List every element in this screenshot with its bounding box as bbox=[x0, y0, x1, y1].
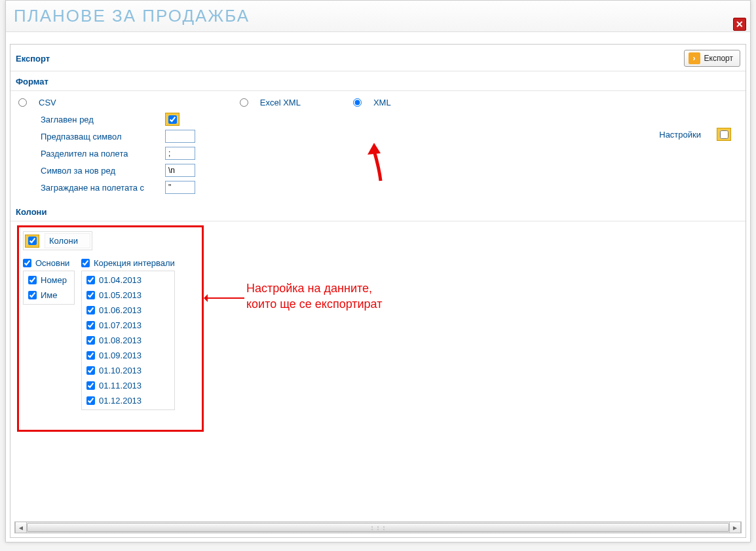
columns-groups: Основни НомерИме Корекция интервали 01.0… bbox=[23, 258, 198, 410]
annotation-line1: Настройка на данните, bbox=[246, 280, 382, 296]
list-item-label: 01.06.2013 bbox=[99, 305, 142, 315]
format-excel-radio[interactable] bbox=[240, 98, 248, 107]
list-item[interactable]: 01.12.2013 bbox=[83, 393, 173, 408]
list-item[interactable]: 01.05.2013 bbox=[83, 288, 173, 303]
list-item[interactable]: 01.07.2013 bbox=[83, 318, 173, 333]
column-group-intervals-head[interactable]: Корекция интервали bbox=[81, 258, 175, 268]
format-row: CSV Excel XML XML Настройки bbox=[10, 91, 746, 109]
settings-label: Настройки bbox=[659, 130, 701, 140]
annotation-line2: които ще се експортират bbox=[246, 296, 382, 312]
dialog-body: Експорт › Експорт Формат CSV Excel XML bbox=[10, 44, 746, 538]
export-button[interactable]: › Експорт bbox=[684, 50, 740, 67]
settings-toggle[interactable] bbox=[717, 128, 731, 141]
list-item[interactable]: 01.09.2013 bbox=[83, 348, 173, 363]
list-item-label: 01.05.2013 bbox=[99, 290, 142, 300]
format-csv-radio[interactable] bbox=[18, 98, 27, 107]
annotation-text: Настройка на данните, които ще се експор… bbox=[246, 280, 382, 313]
list-item-label: 01.07.2013 bbox=[99, 320, 142, 330]
csv-header-label: Заглавен ред bbox=[41, 115, 165, 124]
list-item-checkbox[interactable] bbox=[86, 291, 95, 299]
csv-escape-label: Предпазващ символ bbox=[41, 132, 165, 142]
list-item-checkbox[interactable] bbox=[28, 276, 37, 284]
scroll-track[interactable]: ⋮⋮⋮ bbox=[27, 522, 729, 533]
scroll-right-icon[interactable]: ► bbox=[729, 522, 741, 533]
export-header-label: Експорт bbox=[16, 54, 50, 64]
list-item[interactable]: Име bbox=[25, 288, 73, 303]
column-group-basic-label: Основни bbox=[35, 258, 69, 268]
csv-escape-row: Предпазващ символ bbox=[41, 130, 746, 143]
csv-sep-label: Разделител на полета bbox=[41, 149, 165, 159]
column-group-basic-head[interactable]: Основни bbox=[23, 258, 75, 268]
list-item-checkbox[interactable] bbox=[86, 306, 95, 314]
columns-tab-check-wrap[interactable] bbox=[25, 235, 39, 248]
list-item[interactable]: 01.10.2013 bbox=[83, 363, 173, 378]
column-group-basic: Основни НомерИме bbox=[23, 258, 75, 410]
list-item-label: 01.11.2013 bbox=[99, 381, 142, 390]
list-item-checkbox[interactable] bbox=[86, 366, 95, 375]
column-group-basic-checkbox[interactable] bbox=[23, 259, 31, 267]
columns-panel: Колони Основни НомерИме Корекция интерв bbox=[17, 225, 204, 432]
format-header: Формат bbox=[10, 71, 746, 91]
title-bar: ПЛАНОВЕ ЗА ПРОДАЖБА ✕ bbox=[6, 1, 750, 32]
list-item-checkbox[interactable] bbox=[86, 336, 95, 345]
list-item-checkbox[interactable] bbox=[28, 291, 37, 299]
list-item-label: 01.08.2013 bbox=[99, 335, 142, 345]
export-button-label: Експорт bbox=[704, 54, 733, 63]
annotation-connector-icon bbox=[205, 297, 244, 299]
list-item-label: 01.12.2013 bbox=[99, 396, 142, 406]
csv-newline-label: Символ за нов ред bbox=[41, 166, 165, 176]
csv-header-row: Заглавен ред bbox=[41, 113, 746, 126]
list-item-checkbox[interactable] bbox=[86, 351, 95, 360]
format-excel-label: Excel XML bbox=[260, 98, 301, 107]
settings-checkbox[interactable] bbox=[720, 130, 728, 139]
list-item[interactable]: 01.06.2013 bbox=[83, 303, 173, 318]
list-item-checkbox[interactable] bbox=[86, 276, 95, 284]
columns-tab-label: Колони bbox=[45, 233, 90, 248]
csv-header-checkbox[interactable] bbox=[168, 115, 177, 124]
list-item-checkbox[interactable] bbox=[86, 321, 95, 330]
export-header: Експорт › Експорт bbox=[10, 45, 746, 71]
format-excel[interactable]: Excel XML bbox=[240, 98, 301, 107]
content-area: Експорт › Експорт Формат CSV Excel XML bbox=[10, 45, 746, 537]
columns-tab-checkbox[interactable] bbox=[28, 237, 37, 245]
csv-sep-input[interactable] bbox=[165, 147, 195, 160]
format-xml[interactable]: XML bbox=[353, 98, 391, 107]
csv-enclose-label: Заграждане на полетата с bbox=[41, 183, 165, 193]
csv-enclose-input[interactable] bbox=[165, 181, 195, 194]
csv-enclose-row: Заграждане на полетата с bbox=[41, 181, 746, 194]
settings-row: Настройки bbox=[659, 128, 731, 141]
list-item[interactable]: 01.11.2013 bbox=[83, 378, 173, 393]
close-icon[interactable]: ✕ bbox=[733, 18, 746, 31]
columns-tab[interactable]: Колони bbox=[23, 231, 92, 250]
column-group-intervals-checkbox[interactable] bbox=[81, 259, 90, 267]
column-group-intervals-label: Корекция интервали bbox=[94, 258, 175, 268]
list-item-label: Номер bbox=[41, 275, 67, 285]
format-csv[interactable]: CSV bbox=[18, 98, 56, 107]
list-item-label: 01.09.2013 bbox=[99, 351, 142, 360]
list-item-label: 01.04.2013 bbox=[99, 275, 142, 285]
list-item-label: Име bbox=[41, 290, 58, 300]
scroll-left-icon[interactable]: ◄ bbox=[15, 522, 27, 533]
horizontal-scrollbar[interactable]: ◄ ⋮⋮⋮ ► bbox=[14, 522, 742, 533]
csv-escape-input[interactable] bbox=[165, 130, 195, 143]
csv-header-checkbox-wrap[interactable] bbox=[165, 113, 180, 126]
basic-list: НомерИме bbox=[23, 271, 75, 305]
interval-list: 01.04.201301.05.201301.06.201301.07.2013… bbox=[81, 271, 175, 410]
columns-header: Колони bbox=[10, 202, 746, 221]
export-arrow-icon: › bbox=[689, 52, 700, 64]
format-xml-label: XML bbox=[373, 98, 391, 107]
list-item-label: 01.10.2013 bbox=[99, 366, 142, 375]
annotation-arrow-icon bbox=[368, 143, 394, 182]
scroll-thumb[interactable]: ⋮⋮⋮ bbox=[27, 523, 729, 532]
svg-marker-0 bbox=[368, 143, 381, 155]
list-item[interactable]: Номер bbox=[25, 273, 73, 288]
page-title: ПЛАНОВЕ ЗА ПРОДАЖБА bbox=[14, 6, 250, 26]
list-item[interactable]: 01.08.2013 bbox=[83, 333, 173, 348]
csv-newline-input[interactable] bbox=[165, 164, 195, 177]
list-item[interactable]: 01.04.2013 bbox=[83, 273, 173, 288]
dialog-window: ПЛАНОВЕ ЗА ПРОДАЖБА ✕ Експорт › Експорт … bbox=[5, 0, 751, 542]
format-csv-label: CSV bbox=[39, 98, 56, 107]
list-item-checkbox[interactable] bbox=[86, 396, 95, 405]
list-item-checkbox[interactable] bbox=[86, 381, 95, 390]
format-xml-radio[interactable] bbox=[353, 98, 362, 107]
